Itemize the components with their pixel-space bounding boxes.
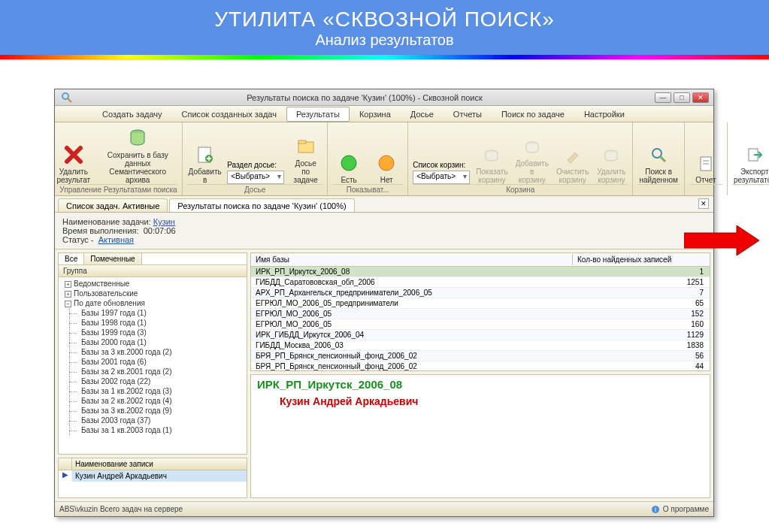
menu-item[interactable]: Список созданных задач	[172, 107, 286, 122]
tree-leaf[interactable]: Базы 1998 года (1)	[60, 318, 245, 328]
tree-node[interactable]: +Пользовательские	[60, 289, 245, 298]
dossier-section-label: Раздел досье:	[227, 161, 277, 169]
ribbon: Удалить результат Сохранить в базу данны…	[55, 122, 713, 196]
ribbon-group-basket: Список корзин: <Выбрать> Показать корзин…	[408, 122, 633, 195]
svg-point-12	[652, 149, 662, 158]
minimize-button[interactable]: —	[655, 92, 671, 103]
db-row[interactable]: ИРК_ГИБДД_Иркутск_2006_041129	[251, 330, 710, 340]
db-row[interactable]: БРЯ_РП_Брянск_пенсионный_фонд_2006_0244	[251, 361, 710, 371]
svg-marker-20	[684, 225, 759, 255]
broom-icon	[565, 144, 581, 166]
preview-person-name: Кузин Андрей Аркадьевич	[257, 395, 704, 407]
group-filter-tabs: Все Помеченные	[59, 253, 247, 265]
db-col-name: Имя базы	[253, 254, 573, 265]
db-row[interactable]: ГИБДД_Саратововская_обл_20061251	[251, 277, 710, 288]
delete-basket-button[interactable]: Удалить корзину	[595, 142, 628, 184]
green-light-icon	[340, 152, 358, 174]
left-column: Все Помеченные Группа +Ведомственные+Пол…	[58, 252, 247, 498]
main-body: Все Помеченные Группа +Ведомственные+Пол…	[55, 249, 713, 501]
tree-leaf[interactable]: Базы за 3 кв.2000 года (2)	[60, 347, 245, 357]
status-link[interactable]: Активная	[98, 235, 134, 244]
ribbon-group-label: Показыват...	[332, 184, 403, 194]
show-none-button[interactable]: Нет	[370, 150, 403, 184]
tab-all[interactable]: Все	[59, 253, 84, 264]
db-row[interactable]: ЕГРЮЛ_МО_2006_05_предприниматели65	[251, 298, 710, 309]
menu-item[interactable]: Досье	[401, 107, 444, 122]
status-left: ABS\vkuzin Всего задач на сервере	[59, 505, 183, 513]
db-row[interactable]: ГИБДД_Москва_2006_031838	[251, 340, 710, 351]
report-button[interactable]: Отчет	[689, 150, 722, 184]
show-has-button[interactable]: Есть	[332, 150, 365, 184]
record-selector-head	[59, 458, 72, 470]
menu-item[interactable]: Поиск по задаче	[492, 107, 574, 122]
sheet-plus-icon	[195, 144, 215, 166]
callout-arrow	[684, 225, 759, 255]
group-header: Группа	[59, 265, 247, 277]
exec-time-label: Время выполнения:	[62, 226, 139, 235]
doc-tab[interactable]: Результаты поиска по задаче 'Кузин' (100…	[169, 198, 354, 212]
db-row[interactable]: БРЯ_РП_Брянск_пенсионный_фонд_2006_0256	[251, 351, 710, 361]
dossier-section-select[interactable]: <Выбрать>	[227, 171, 284, 184]
tree-leaf[interactable]: Базы за 2 кв.2002 года (4)	[60, 396, 245, 406]
menu-item[interactable]: Создать задачу	[92, 107, 172, 122]
db-row[interactable]: ЕГРЮЛ_МО_2006_05152	[251, 309, 710, 319]
task-name-link[interactable]: Кузин	[153, 217, 175, 226]
tree-leaf[interactable]: Базы 2003 года (37)	[60, 416, 245, 425]
document-tabs: Список задач. АктивныеРезультаты поиска …	[55, 196, 713, 213]
tree-node[interactable]: +Ведомственные	[60, 279, 245, 289]
tree-leaf[interactable]: Базы 2002 года (22)	[60, 376, 245, 386]
tree-leaf[interactable]: Базы за 3 кв.2002 года (9)	[60, 406, 245, 416]
tree-leaf[interactable]: Базы 1999 года (3)	[60, 328, 245, 337]
tree-leaf[interactable]: Базы за 1 кв.2003 года (1)	[60, 425, 245, 435]
dossier-by-task-button[interactable]: Досье по задаче	[289, 134, 322, 184]
rainbow-divider	[0, 55, 769, 59]
tab-marked[interactable]: Помеченные	[84, 253, 141, 264]
group-tree[interactable]: +Ведомственные+Пользовательские−По дате …	[59, 277, 247, 454]
export-results-button[interactable]: Экспорт результатов	[732, 142, 769, 184]
about-link[interactable]: О программе	[663, 505, 709, 513]
menu-item[interactable]: Результаты	[286, 107, 350, 122]
orange-light-icon	[377, 152, 395, 174]
ribbon-group-label: Корзина	[413, 184, 628, 194]
maximize-button[interactable]: □	[674, 92, 690, 103]
slide-subtitle: Анализ результатов	[0, 32, 769, 49]
doc-tab[interactable]: Список задач. Активные	[58, 198, 168, 212]
ribbon-group-search: Поиск в найденном	[633, 122, 685, 195]
ribbon-group-report: Отчет	[685, 122, 728, 195]
record-row-marker: ▶	[59, 470, 72, 482]
task-info-panel: Наименование задачи: Кузин Время выполне…	[55, 213, 713, 249]
tree-node[interactable]: −По дате обновления	[60, 298, 245, 308]
tree-leaf[interactable]: Базы за 2 кв.2001 года (2)	[60, 367, 245, 376]
basket-list-label: Список корзин:	[413, 161, 465, 169]
show-basket-button[interactable]: Показать корзину	[474, 142, 509, 184]
menu-item[interactable]: Отчеты	[444, 107, 492, 122]
db-row[interactable]: ИРК_РП_Иркутск_2006_081	[251, 267, 710, 277]
record-preview: ИРК_РП_Иркутск_2006_08 Кузин Андрей Арка…	[250, 374, 710, 499]
menu-item[interactable]: Корзина	[350, 107, 401, 122]
record-row[interactable]: ▶Кузин Андрей Аркадьевич	[59, 470, 247, 482]
ribbon-group-label: Управление Результатами поиска	[59, 184, 177, 194]
db-rows: ИРК_РП_Иркутск_2006_081ГИБДД_Саратововск…	[251, 267, 710, 371]
tab-close-button[interactable]: ✕	[698, 198, 709, 209]
clear-basket-button[interactable]: Очистить корзину	[555, 142, 591, 184]
save-to-archive-button[interactable]: Сохранить в базу данных Семантического а…	[95, 125, 180, 184]
tree-leaf[interactable]: Базы 2000 года (1)	[60, 337, 245, 347]
slide-banner: УТИЛИТА «СКВОЗНОЙ ПОИСК» Анализ результа…	[0, 0, 769, 55]
tree-leaf[interactable]: Базы 2001 года (6)	[60, 357, 245, 367]
basket-select[interactable]: <Выбрать>	[413, 171, 470, 184]
db-row[interactable]: ЕГРЮЛ_МО_2006_05160	[251, 319, 710, 330]
svg-text:i: i	[655, 506, 656, 513]
report-icon	[698, 152, 714, 174]
db-row[interactable]: АРХ_РП_Архангельск_предприниматели_2006_…	[251, 288, 710, 298]
search-in-found-button[interactable]: Поиск в найденном	[637, 142, 680, 184]
menu-item[interactable]: Настройки	[574, 107, 634, 122]
delete-result-button[interactable]: Удалить результат	[56, 142, 90, 184]
add-basket-button[interactable]: Добавить в корзину	[514, 134, 550, 184]
info-icon: i	[651, 505, 660, 514]
ribbon-group-label	[732, 184, 769, 194]
tree-leaf[interactable]: Базы за 1 кв.2002 года (3)	[60, 386, 245, 396]
tree-leaf[interactable]: Базы 1997 года (1)	[60, 308, 245, 318]
add-to-button[interactable]: Добавить в	[187, 142, 223, 184]
close-button[interactable]: ✕	[692, 92, 709, 103]
db-col-count: Кол-во найденных записей	[573, 254, 708, 265]
